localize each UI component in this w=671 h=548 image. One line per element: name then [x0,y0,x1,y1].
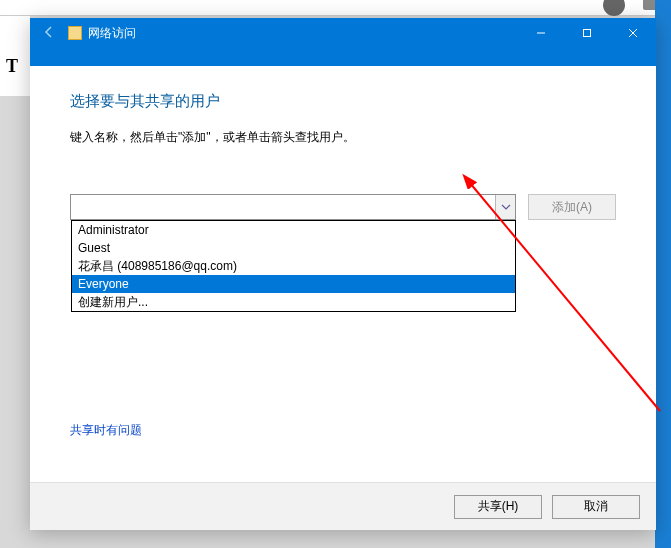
share-button[interactable]: 共享(H) [454,495,542,519]
desktop-background-sliver [655,0,671,548]
close-button[interactable] [610,18,656,48]
cancel-button[interactable]: 取消 [552,495,640,519]
titlebar: 网络访问 [30,18,656,48]
user-input[interactable] [71,195,495,219]
user-combobox[interactable]: AdministratorGuest花承昌 (408985186@qq.com)… [70,194,516,220]
maximize-button[interactable] [564,18,610,48]
dialog-content: 选择要与其共享的用户 键入名称，然后单击"添加"，或者单击箭头查找用户。 Adm… [30,66,656,482]
folder-share-icon [68,26,82,40]
add-button: 添加(A) [528,194,616,220]
svg-rect-0 [584,30,591,37]
minimize-button[interactable] [518,18,564,48]
dropdown-item[interactable]: Everyone [72,275,515,293]
browser-top-strip [0,0,671,16]
back-button [30,25,68,42]
page-heading: 选择要与其共享的用户 [70,92,616,111]
window-controls [518,18,656,48]
dialog-footer: 共享(H) 取消 [30,482,656,530]
dialog-window: 网络访问 选择要与其共享的用户 键入名称，然后单击"添加"，或者单击箭头查找用户… [30,18,656,530]
t-icon: T [6,56,18,77]
combobox-arrow-button[interactable] [495,195,515,219]
dropdown-item[interactable]: 花承昌 (408985186@qq.com) [72,257,515,275]
titlebar-extension [30,48,656,66]
combobox-dropdown: AdministratorGuest花承昌 (408985186@qq.com)… [71,220,516,312]
instruction-text: 键入名称，然后单击"添加"，或者单击箭头查找用户。 [70,129,616,146]
window-title: 网络访问 [88,25,136,42]
dropdown-item[interactable]: Guest [72,239,515,257]
dropdown-item[interactable]: 创建新用户... [72,293,515,311]
help-link[interactable]: 共享时有问题 [70,422,142,439]
dropdown-item[interactable]: Administrator [72,221,515,239]
